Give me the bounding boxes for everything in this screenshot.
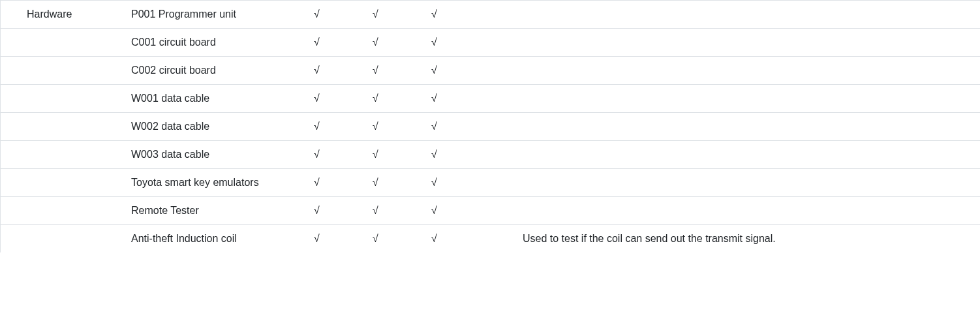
checkmark-icon: √ xyxy=(314,205,320,216)
checkmark-icon: √ xyxy=(431,177,437,188)
checkmark-icon: √ xyxy=(314,177,320,188)
checkmark-icon: √ xyxy=(431,149,437,160)
category-cell xyxy=(1,85,118,113)
check-cell: √ xyxy=(425,1,483,29)
checkmark-icon: √ xyxy=(373,149,378,160)
category-cell xyxy=(1,141,118,169)
checkmark-icon: √ xyxy=(373,121,378,132)
checkmark-icon: √ xyxy=(314,37,320,48)
table-row: HardwareP001 Programmer unit√√√ xyxy=(1,1,980,29)
check-cell: √ xyxy=(307,225,366,253)
checkmark-icon: √ xyxy=(373,65,378,76)
checkmark-icon: √ xyxy=(314,93,320,104)
check-cell: √ xyxy=(425,57,483,85)
table-row: W003 data cable√√√ xyxy=(1,141,980,169)
check-cell: √ xyxy=(307,29,366,57)
description-cell xyxy=(483,1,980,29)
hardware-table: HardwareP001 Programmer unit√√√C001 circ… xyxy=(1,0,980,252)
checkmark-icon: √ xyxy=(431,65,437,76)
table-row: C001 circuit board√√√ xyxy=(1,29,980,57)
check-cell: √ xyxy=(307,1,366,29)
item-cell: C001 circuit board xyxy=(118,29,307,57)
check-cell: √ xyxy=(366,169,425,197)
table-row: W001 data cable√√√ xyxy=(1,85,980,113)
category-cell xyxy=(1,225,118,253)
checkmark-icon: √ xyxy=(373,93,378,104)
check-cell: √ xyxy=(425,29,483,57)
table-row: Remote Tester√√√ xyxy=(1,197,980,225)
checkmark-icon: √ xyxy=(431,8,437,20)
check-cell: √ xyxy=(307,141,366,169)
description-cell xyxy=(483,29,980,57)
item-cell: W003 data cable xyxy=(118,141,307,169)
category-cell xyxy=(1,57,118,85)
item-cell: Anti-theft Induction coil xyxy=(118,225,307,253)
item-cell: Toyota smart key emulators xyxy=(118,169,307,197)
checkmark-icon: √ xyxy=(314,121,320,132)
hardware-table-container: HardwareP001 Programmer unit√√√C001 circ… xyxy=(0,0,980,252)
checkmark-icon: √ xyxy=(314,149,320,160)
item-cell: W001 data cable xyxy=(118,85,307,113)
checkmark-icon: √ xyxy=(314,65,320,76)
description-cell xyxy=(483,57,980,85)
checkmark-icon: √ xyxy=(373,37,378,48)
item-cell: P001 Programmer unit xyxy=(118,1,307,29)
category-cell xyxy=(1,113,118,141)
check-cell: √ xyxy=(425,85,483,113)
checkmark-icon: √ xyxy=(431,205,437,216)
table-row: W002 data cable√√√ xyxy=(1,113,980,141)
check-cell: √ xyxy=(366,57,425,85)
check-cell: √ xyxy=(307,57,366,85)
description-cell xyxy=(483,169,980,197)
category-cell xyxy=(1,169,118,197)
description-cell xyxy=(483,141,980,169)
check-cell: √ xyxy=(425,225,483,253)
table-row: C002 circuit board√√√ xyxy=(1,57,980,85)
check-cell: √ xyxy=(366,113,425,141)
checkmark-icon: √ xyxy=(431,233,437,244)
checkmark-icon: √ xyxy=(373,205,378,216)
check-cell: √ xyxy=(307,169,366,197)
checkmark-icon: √ xyxy=(431,37,437,48)
check-cell: √ xyxy=(366,141,425,169)
check-cell: √ xyxy=(425,113,483,141)
table-row: Anti-theft Induction coil√√√Used to test… xyxy=(1,225,980,253)
check-cell: √ xyxy=(307,197,366,225)
check-cell: √ xyxy=(425,169,483,197)
checkmark-icon: √ xyxy=(431,121,437,132)
checkmark-icon: √ xyxy=(431,93,437,104)
check-cell: √ xyxy=(366,29,425,57)
checkmark-icon: √ xyxy=(314,233,320,244)
item-cell: Remote Tester xyxy=(118,197,307,225)
check-cell: √ xyxy=(307,85,366,113)
check-cell: √ xyxy=(425,197,483,225)
description-cell xyxy=(483,113,980,141)
description-cell: Used to test if the coil can send out th… xyxy=(483,225,980,253)
check-cell: √ xyxy=(366,1,425,29)
category-cell xyxy=(1,197,118,225)
checkmark-icon: √ xyxy=(373,177,378,188)
description-cell xyxy=(483,197,980,225)
item-cell: C002 circuit board xyxy=(118,57,307,85)
category-cell: Hardware xyxy=(1,1,118,29)
checkmark-icon: √ xyxy=(314,8,320,20)
item-cell: W002 data cable xyxy=(118,113,307,141)
check-cell: √ xyxy=(366,225,425,253)
check-cell: √ xyxy=(307,113,366,141)
table-row: Toyota smart key emulators√√√ xyxy=(1,169,980,197)
category-cell xyxy=(1,29,118,57)
checkmark-icon: √ xyxy=(373,233,378,244)
check-cell: √ xyxy=(366,197,425,225)
description-cell xyxy=(483,85,980,113)
check-cell: √ xyxy=(425,141,483,169)
check-cell: √ xyxy=(366,85,425,113)
checkmark-icon: √ xyxy=(373,8,378,20)
